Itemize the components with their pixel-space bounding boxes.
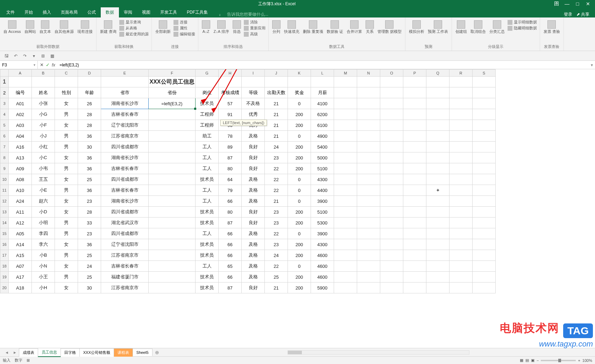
table-header-cell[interactable]: 出勤天数 xyxy=(265,87,288,98)
table-header-cell[interactable]: 编号 xyxy=(9,87,32,98)
cell[interactable]: 66 xyxy=(219,239,242,250)
cell[interactable]: 0 xyxy=(288,196,311,207)
cell[interactable] xyxy=(403,185,426,196)
column-header-M[interactable]: M xyxy=(334,70,357,77)
cell[interactable] xyxy=(334,163,357,174)
cell[interactable]: 及格 xyxy=(242,196,265,207)
cell[interactable]: 优秀 xyxy=(242,109,265,120)
cell[interactable]: 22 xyxy=(265,174,288,185)
cell[interactable]: 4600 xyxy=(311,261,334,272)
cell[interactable] xyxy=(473,228,496,239)
cell[interactable] xyxy=(403,207,426,217)
cell[interactable] xyxy=(334,142,357,152)
sheet-tab-成绩表[interactable]: 成绩表 xyxy=(19,348,38,357)
cell[interactable] xyxy=(403,217,426,228)
cell[interactable] xyxy=(380,109,403,120)
cell[interactable]: 23 xyxy=(265,207,288,217)
cell[interactable]: A15 xyxy=(9,250,32,261)
spreadsheet-grid[interactable]: ABCDEFGHIJKLMNOPQRS1XXX公司员工信息2编号姓名性别年龄省市… xyxy=(0,69,496,293)
cell[interactable] xyxy=(334,185,357,196)
cell[interactable] xyxy=(449,120,473,131)
cell[interactable] xyxy=(357,131,380,142)
cell[interactable]: 湖北省武汉市 xyxy=(101,217,149,228)
cell[interactable]: 3900 xyxy=(311,196,334,207)
cell[interactable]: 4300 xyxy=(311,174,334,185)
cell[interactable]: 四川省成都市 xyxy=(101,142,149,152)
cell[interactable] xyxy=(380,120,403,131)
cell[interactable]: 24 xyxy=(78,261,101,272)
cell[interactable]: 87 xyxy=(219,152,242,163)
cell[interactable] xyxy=(380,261,403,272)
cell[interactable]: 小G xyxy=(32,109,55,120)
cell[interactable] xyxy=(426,120,449,131)
cell[interactable]: 4600 xyxy=(311,250,334,261)
cell[interactable]: 66 xyxy=(219,228,242,239)
cell[interactable] xyxy=(403,120,426,131)
fx-icon[interactable]: fx xyxy=(52,62,55,67)
ribbon-button[interactable]: 预测 工作表 xyxy=(427,20,449,35)
cell[interactable] xyxy=(32,77,55,87)
cell[interactable]: 23 xyxy=(265,152,288,163)
menu-tab-插入[interactable]: 插入 xyxy=(38,7,56,17)
cell[interactable] xyxy=(149,207,196,217)
cell[interactable]: 23 xyxy=(78,196,101,207)
view-pagebreak-icon[interactable]: ▣ xyxy=(531,358,534,363)
cell[interactable]: 22 xyxy=(265,185,288,196)
menu-tab-PDF工具集[interactable]: PDF工具集 xyxy=(182,7,213,17)
cell[interactable] xyxy=(426,250,449,261)
cell[interactable] xyxy=(403,174,426,185)
cell[interactable]: 21 xyxy=(265,109,288,120)
cell[interactable]: 良好 xyxy=(242,283,265,293)
sheet-tab-Sheet5[interactable]: Sheet5 xyxy=(133,349,153,356)
cell[interactable] xyxy=(334,131,357,142)
cell[interactable]: 女 xyxy=(55,283,78,293)
cell[interactable]: 5300 xyxy=(311,217,334,228)
row-header[interactable]: 15 xyxy=(0,228,9,239)
cell[interactable]: A10 xyxy=(9,185,32,196)
cell[interactable]: 技术员 xyxy=(196,174,219,185)
cell[interactable] xyxy=(426,87,449,98)
cell[interactable]: 工程师 xyxy=(196,109,219,120)
cell[interactable]: 66 xyxy=(219,272,242,283)
minimize-icon[interactable]: — xyxy=(563,1,571,7)
cell[interactable] xyxy=(149,196,196,207)
cell[interactable]: 良好 xyxy=(242,163,265,174)
horizontal-scroll[interactable] xyxy=(162,350,595,355)
ribbon-small-button[interactable]: 连接 xyxy=(173,20,195,25)
cell[interactable] xyxy=(149,261,196,272)
cell[interactable]: 男 xyxy=(55,163,78,174)
cell[interactable] xyxy=(219,77,242,87)
cell[interactable]: 22 xyxy=(265,261,288,272)
ribbon-button[interactable]: Z↓A 排序 xyxy=(213,20,230,35)
ribbon-button[interactable]: 模拟分析 xyxy=(408,20,425,35)
cell[interactable] xyxy=(357,283,380,293)
cell[interactable] xyxy=(149,283,196,293)
cell[interactable] xyxy=(334,272,357,283)
column-header-S[interactable]: S xyxy=(473,70,496,77)
cell[interactable]: 5900 xyxy=(311,283,334,293)
cell[interactable] xyxy=(334,283,357,293)
cell[interactable] xyxy=(357,196,380,207)
cell[interactable]: 小韦 xyxy=(32,163,55,174)
column-header-E[interactable]: E xyxy=(101,70,149,77)
cell[interactable]: 21 xyxy=(265,196,288,207)
cell[interactable] xyxy=(357,217,380,228)
ribbon-button[interactable]: 现有连接 xyxy=(77,20,93,35)
cell[interactable] xyxy=(449,131,473,142)
ribbon-small-button[interactable]: 高级 xyxy=(244,31,265,37)
cell[interactable]: 及格 xyxy=(242,185,265,196)
cell[interactable]: 及格 xyxy=(242,261,265,272)
ribbon-button[interactable]: 管理数 据模型 xyxy=(377,20,402,35)
maximize-icon[interactable]: □ xyxy=(573,1,582,7)
cell[interactable]: 技术员 xyxy=(196,98,219,109)
column-header-P[interactable]: P xyxy=(403,70,426,77)
cell[interactable]: A02 xyxy=(9,109,32,120)
cell[interactable] xyxy=(380,142,403,152)
table-header-cell[interactable]: 性别 xyxy=(55,87,78,98)
sheet-tab-课程表[interactable]: 课程表 xyxy=(114,348,133,357)
cell[interactable] xyxy=(449,142,473,152)
cell[interactable]: 小张 xyxy=(32,98,55,109)
cell[interactable]: 23 xyxy=(78,228,101,239)
cell[interactable]: A03 xyxy=(9,120,32,131)
row-header[interactable]: 8 xyxy=(0,152,9,163)
